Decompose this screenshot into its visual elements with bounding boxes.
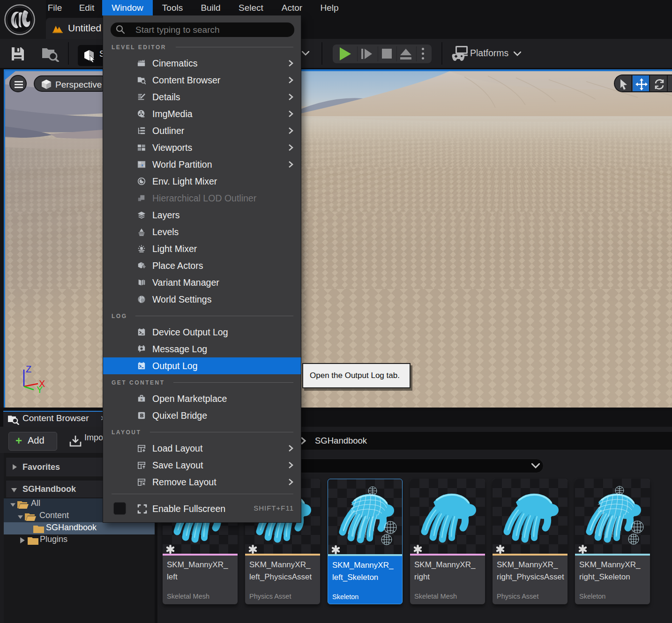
svg-text:u: u	[141, 397, 143, 401]
svg-text:Y: Y	[37, 385, 43, 395]
svg-text:Z: Z	[26, 364, 31, 374]
